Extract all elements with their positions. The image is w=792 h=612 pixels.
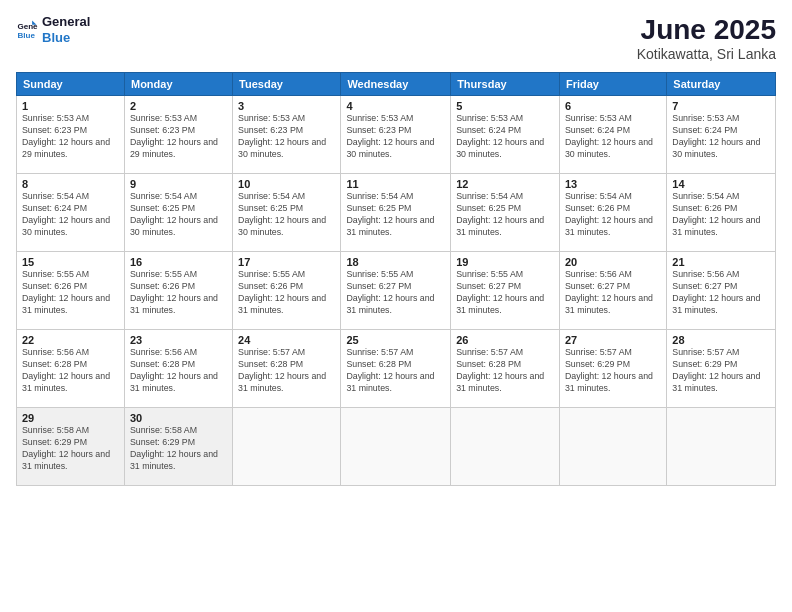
day-number: 5 bbox=[456, 100, 554, 112]
day-cell: 24 Sunrise: 5:57 AMSunset: 6:28 PMDaylig… bbox=[233, 330, 341, 408]
day-detail: Sunrise: 5:54 AMSunset: 6:26 PMDaylight:… bbox=[565, 191, 661, 239]
day-detail: Sunrise: 5:53 AMSunset: 6:23 PMDaylight:… bbox=[130, 113, 227, 161]
day-cell: 21 Sunrise: 5:56 AMSunset: 6:27 PMDaylig… bbox=[667, 252, 776, 330]
day-number: 17 bbox=[238, 256, 335, 268]
week-row-3: 15 Sunrise: 5:55 AMSunset: 6:26 PMDaylig… bbox=[17, 252, 776, 330]
day-number: 11 bbox=[346, 178, 445, 190]
weekday-monday: Monday bbox=[124, 73, 232, 96]
day-number: 2 bbox=[130, 100, 227, 112]
day-number: 3 bbox=[238, 100, 335, 112]
weekday-header-row: SundayMondayTuesdayWednesdayThursdayFrid… bbox=[17, 73, 776, 96]
day-cell: 26 Sunrise: 5:57 AMSunset: 6:28 PMDaylig… bbox=[451, 330, 560, 408]
day-number: 15 bbox=[22, 256, 119, 268]
day-number: 14 bbox=[672, 178, 770, 190]
day-detail: Sunrise: 5:58 AMSunset: 6:29 PMDaylight:… bbox=[130, 425, 227, 473]
header: General Blue General Blue June 2025 Koti… bbox=[16, 14, 776, 62]
day-detail: Sunrise: 5:54 AMSunset: 6:25 PMDaylight:… bbox=[456, 191, 554, 239]
day-cell: 16 Sunrise: 5:55 AMSunset: 6:26 PMDaylig… bbox=[124, 252, 232, 330]
day-number: 10 bbox=[238, 178, 335, 190]
day-cell: 13 Sunrise: 5:54 AMSunset: 6:26 PMDaylig… bbox=[559, 174, 666, 252]
svg-text:Blue: Blue bbox=[17, 31, 35, 40]
day-cell bbox=[559, 408, 666, 486]
day-detail: Sunrise: 5:55 AMSunset: 6:27 PMDaylight:… bbox=[456, 269, 554, 317]
day-cell: 30 Sunrise: 5:58 AMSunset: 6:29 PMDaylig… bbox=[124, 408, 232, 486]
week-row-5: 29 Sunrise: 5:58 AMSunset: 6:29 PMDaylig… bbox=[17, 408, 776, 486]
day-detail: Sunrise: 5:53 AMSunset: 6:23 PMDaylight:… bbox=[22, 113, 119, 161]
day-number: 1 bbox=[22, 100, 119, 112]
day-cell: 15 Sunrise: 5:55 AMSunset: 6:26 PMDaylig… bbox=[17, 252, 125, 330]
day-cell: 22 Sunrise: 5:56 AMSunset: 6:28 PMDaylig… bbox=[17, 330, 125, 408]
day-number: 21 bbox=[672, 256, 770, 268]
logo-text: General Blue bbox=[42, 14, 90, 45]
calendar-page: General Blue General Blue June 2025 Koti… bbox=[0, 0, 792, 612]
day-detail: Sunrise: 5:56 AMSunset: 6:27 PMDaylight:… bbox=[672, 269, 770, 317]
day-cell: 20 Sunrise: 5:56 AMSunset: 6:27 PMDaylig… bbox=[559, 252, 666, 330]
day-number: 22 bbox=[22, 334, 119, 346]
day-detail: Sunrise: 5:54 AMSunset: 6:25 PMDaylight:… bbox=[130, 191, 227, 239]
weekday-sunday: Sunday bbox=[17, 73, 125, 96]
day-cell bbox=[233, 408, 341, 486]
day-detail: Sunrise: 5:57 AMSunset: 6:29 PMDaylight:… bbox=[565, 347, 661, 395]
day-cell: 12 Sunrise: 5:54 AMSunset: 6:25 PMDaylig… bbox=[451, 174, 560, 252]
day-detail: Sunrise: 5:54 AMSunset: 6:25 PMDaylight:… bbox=[238, 191, 335, 239]
day-detail: Sunrise: 5:57 AMSunset: 6:28 PMDaylight:… bbox=[238, 347, 335, 395]
day-cell: 2 Sunrise: 5:53 AMSunset: 6:23 PMDayligh… bbox=[124, 96, 232, 174]
day-cell: 3 Sunrise: 5:53 AMSunset: 6:23 PMDayligh… bbox=[233, 96, 341, 174]
day-number: 28 bbox=[672, 334, 770, 346]
weekday-tuesday: Tuesday bbox=[233, 73, 341, 96]
day-detail: Sunrise: 5:57 AMSunset: 6:28 PMDaylight:… bbox=[456, 347, 554, 395]
day-number: 20 bbox=[565, 256, 661, 268]
day-cell: 10 Sunrise: 5:54 AMSunset: 6:25 PMDaylig… bbox=[233, 174, 341, 252]
day-detail: Sunrise: 5:53 AMSunset: 6:24 PMDaylight:… bbox=[456, 113, 554, 161]
week-row-1: 1 Sunrise: 5:53 AMSunset: 6:23 PMDayligh… bbox=[17, 96, 776, 174]
day-cell: 9 Sunrise: 5:54 AMSunset: 6:25 PMDayligh… bbox=[124, 174, 232, 252]
week-row-4: 22 Sunrise: 5:56 AMSunset: 6:28 PMDaylig… bbox=[17, 330, 776, 408]
day-cell: 7 Sunrise: 5:53 AMSunset: 6:24 PMDayligh… bbox=[667, 96, 776, 174]
day-cell bbox=[341, 408, 451, 486]
weekday-wednesday: Wednesday bbox=[341, 73, 451, 96]
day-number: 25 bbox=[346, 334, 445, 346]
day-number: 12 bbox=[456, 178, 554, 190]
weekday-saturday: Saturday bbox=[667, 73, 776, 96]
day-detail: Sunrise: 5:54 AMSunset: 6:26 PMDaylight:… bbox=[672, 191, 770, 239]
weekday-friday: Friday bbox=[559, 73, 666, 96]
day-cell: 27 Sunrise: 5:57 AMSunset: 6:29 PMDaylig… bbox=[559, 330, 666, 408]
day-cell: 23 Sunrise: 5:56 AMSunset: 6:28 PMDaylig… bbox=[124, 330, 232, 408]
logo-icon: General Blue bbox=[16, 19, 38, 41]
day-number: 23 bbox=[130, 334, 227, 346]
weekday-thursday: Thursday bbox=[451, 73, 560, 96]
day-cell bbox=[451, 408, 560, 486]
day-number: 29 bbox=[22, 412, 119, 424]
day-detail: Sunrise: 5:53 AMSunset: 6:23 PMDaylight:… bbox=[238, 113, 335, 161]
day-detail: Sunrise: 5:54 AMSunset: 6:25 PMDaylight:… bbox=[346, 191, 445, 239]
day-cell bbox=[667, 408, 776, 486]
day-cell: 5 Sunrise: 5:53 AMSunset: 6:24 PMDayligh… bbox=[451, 96, 560, 174]
day-detail: Sunrise: 5:53 AMSunset: 6:23 PMDaylight:… bbox=[346, 113, 445, 161]
logo: General Blue General Blue bbox=[16, 14, 90, 45]
day-number: 8 bbox=[22, 178, 119, 190]
title-block: June 2025 Kotikawatta, Sri Lanka bbox=[637, 14, 776, 62]
day-cell: 19 Sunrise: 5:55 AMSunset: 6:27 PMDaylig… bbox=[451, 252, 560, 330]
day-number: 18 bbox=[346, 256, 445, 268]
day-number: 9 bbox=[130, 178, 227, 190]
day-number: 26 bbox=[456, 334, 554, 346]
week-row-2: 8 Sunrise: 5:54 AMSunset: 6:24 PMDayligh… bbox=[17, 174, 776, 252]
day-detail: Sunrise: 5:56 AMSunset: 6:28 PMDaylight:… bbox=[130, 347, 227, 395]
day-cell: 14 Sunrise: 5:54 AMSunset: 6:26 PMDaylig… bbox=[667, 174, 776, 252]
day-detail: Sunrise: 5:57 AMSunset: 6:28 PMDaylight:… bbox=[346, 347, 445, 395]
day-detail: Sunrise: 5:56 AMSunset: 6:27 PMDaylight:… bbox=[565, 269, 661, 317]
day-detail: Sunrise: 5:56 AMSunset: 6:28 PMDaylight:… bbox=[22, 347, 119, 395]
day-number: 27 bbox=[565, 334, 661, 346]
calendar-table: SundayMondayTuesdayWednesdayThursdayFrid… bbox=[16, 72, 776, 486]
day-cell: 18 Sunrise: 5:55 AMSunset: 6:27 PMDaylig… bbox=[341, 252, 451, 330]
day-detail: Sunrise: 5:53 AMSunset: 6:24 PMDaylight:… bbox=[672, 113, 770, 161]
day-number: 6 bbox=[565, 100, 661, 112]
day-cell: 29 Sunrise: 5:58 AMSunset: 6:29 PMDaylig… bbox=[17, 408, 125, 486]
day-cell: 4 Sunrise: 5:53 AMSunset: 6:23 PMDayligh… bbox=[341, 96, 451, 174]
day-number: 7 bbox=[672, 100, 770, 112]
month-title: June 2025 bbox=[637, 14, 776, 46]
day-detail: Sunrise: 5:55 AMSunset: 6:27 PMDaylight:… bbox=[346, 269, 445, 317]
day-detail: Sunrise: 5:53 AMSunset: 6:24 PMDaylight:… bbox=[565, 113, 661, 161]
day-cell: 8 Sunrise: 5:54 AMSunset: 6:24 PMDayligh… bbox=[17, 174, 125, 252]
day-detail: Sunrise: 5:54 AMSunset: 6:24 PMDaylight:… bbox=[22, 191, 119, 239]
